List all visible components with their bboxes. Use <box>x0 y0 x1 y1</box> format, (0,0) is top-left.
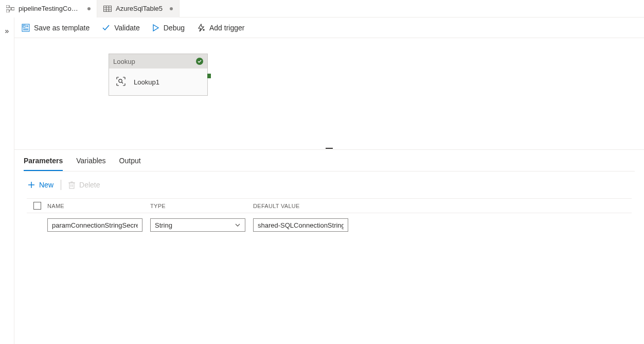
button-label: Debug <box>164 24 185 32</box>
plus-icon <box>28 181 35 188</box>
col-header-name: NAME <box>47 203 150 209</box>
tab-output[interactable]: Output <box>119 157 141 171</box>
tab-variables[interactable]: Variables <box>76 157 105 171</box>
delete-parameter-button: Delete <box>68 181 100 189</box>
param-name-input[interactable] <box>47 218 142 232</box>
svg-point-20 <box>119 79 122 82</box>
lookup-activity[interactable]: Lookup Lookup1 <box>109 54 208 96</box>
dirty-dot-icon <box>170 7 173 10</box>
tab-title: pipelineTestingCom… <box>19 5 80 12</box>
select-value: String <box>155 221 172 229</box>
play-icon <box>152 24 159 32</box>
chevron-down-icon <box>235 222 241 228</box>
panel-splitter[interactable] <box>14 149 644 151</box>
save-as-template-button[interactable]: Save as template <box>22 24 90 32</box>
col-header-type: TYPE <box>150 203 253 209</box>
svg-marker-16 <box>153 25 158 31</box>
lookup-icon <box>115 76 127 89</box>
button-label: Delete <box>79 181 100 189</box>
lightning-icon <box>197 24 205 32</box>
svg-rect-11 <box>23 25 25 27</box>
tab-title: AzureSqlTable5 <box>116 5 163 12</box>
new-parameter-button[interactable]: New <box>28 181 53 189</box>
tab-dataset[interactable]: AzureSqlTable5 <box>97 0 180 18</box>
svg-line-3 <box>9 6 11 9</box>
lower-tabs: Parameters Variables Output <box>24 151 635 171</box>
select-all-checkbox[interactable] <box>33 202 41 210</box>
editor-tabs: pipelineTestingCom… AzureSqlTable5 <box>0 0 644 18</box>
svg-line-21 <box>122 82 123 83</box>
table-icon <box>103 6 112 12</box>
pipeline-canvas[interactable]: Lookup Lookup1 <box>14 38 644 149</box>
activity-type-label: Lookup <box>113 58 135 65</box>
button-label: Validate <box>114 24 140 32</box>
tab-pipeline[interactable]: pipelineTestingCom… <box>0 0 97 18</box>
svg-rect-1 <box>6 10 9 12</box>
param-default-input[interactable] <box>253 218 348 232</box>
button-label: New <box>39 181 53 189</box>
divider <box>61 180 61 190</box>
add-trigger-button[interactable]: Add trigger <box>197 24 244 32</box>
activity-body: Lookup1 <box>109 68 207 95</box>
table-row: String <box>27 213 632 237</box>
splitter-grip-icon <box>326 148 333 149</box>
activity-header: Lookup <box>109 54 207 68</box>
svg-rect-5 <box>104 6 112 11</box>
pipeline-icon <box>6 5 14 12</box>
activity-name-label: Lookup1 <box>134 78 159 86</box>
dirty-dot-icon <box>87 7 91 10</box>
check-icon <box>102 24 110 32</box>
button-label: Add trigger <box>209 24 244 32</box>
lower-panel: Parameters Variables Output New Delete <box>14 151 644 344</box>
svg-rect-2 <box>11 7 14 10</box>
svg-rect-24 <box>69 183 74 188</box>
status-ok-icon <box>196 58 203 65</box>
debug-button[interactable]: Debug <box>152 24 185 32</box>
template-icon <box>22 24 30 32</box>
validate-button[interactable]: Validate <box>102 24 140 32</box>
content-area: Save as template Validate Debug Add trig… <box>14 18 644 344</box>
param-type-select[interactable]: String <box>150 218 245 232</box>
button-label: Save as template <box>34 24 90 32</box>
table-header: NAME TYPE DEFAULT VALUE <box>27 198 632 213</box>
parameters-table: NAME TYPE DEFAULT VALUE String <box>24 198 635 237</box>
svg-line-4 <box>9 9 11 11</box>
parameters-actions: New Delete <box>24 171 635 198</box>
svg-marker-17 <box>199 24 204 31</box>
trash-icon <box>68 181 75 189</box>
side-panel-toggle: » <box>0 18 14 344</box>
expand-panel-icon[interactable]: » <box>5 27 9 35</box>
tab-parameters[interactable]: Parameters <box>24 157 63 171</box>
main-area: » Save as template Validate Debug Add tr… <box>0 18 644 344</box>
activity-output-port[interactable] <box>207 74 211 78</box>
col-header-default: DEFAULT VALUE <box>253 203 356 209</box>
svg-rect-0 <box>6 5 9 8</box>
pipeline-toolbar: Save as template Validate Debug Add trig… <box>14 18 644 38</box>
